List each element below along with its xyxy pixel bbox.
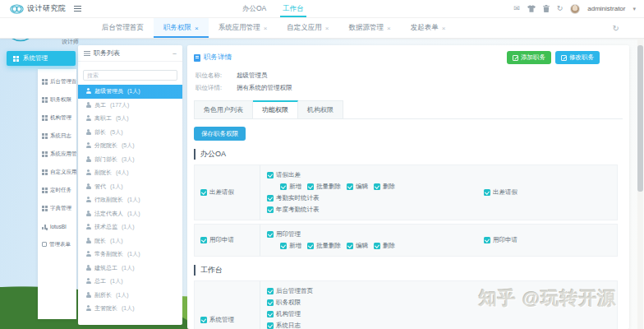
extra-checkbox[interactable]: 用印申请 bbox=[484, 236, 518, 244]
job-list-item[interactable]: 技术总监(1人) bbox=[78, 220, 182, 234]
checkbox-checked[interactable] bbox=[200, 317, 207, 323]
sidebar-item-5[interactable]: 自定义应用 bbox=[38, 163, 76, 181]
tab-3[interactable]: 自定义应用× bbox=[277, 18, 338, 38]
tab-close-icon[interactable]: × bbox=[387, 25, 391, 32]
username[interactable]: administrator bbox=[587, 5, 625, 12]
permission-checkbox[interactable]: 机构管理 bbox=[267, 310, 301, 318]
permission-checkbox[interactable]: 用印管理 bbox=[267, 230, 301, 239]
permission-checkbox[interactable]: 后台管理首页 bbox=[267, 287, 313, 295]
action-checkbox[interactable]: 删除 bbox=[374, 183, 395, 191]
permission-checkbox[interactable]: 系统日志 bbox=[267, 322, 301, 329]
permission-checkbox[interactable]: 职务权限 bbox=[267, 299, 301, 307]
tab-refresh-icon[interactable]: ↻ bbox=[613, 24, 619, 33]
checkbox-checked[interactable] bbox=[200, 237, 207, 243]
job-list-item[interactable]: 员工(177人) bbox=[78, 99, 182, 113]
action-checkbox[interactable]: 编辑 bbox=[347, 183, 368, 191]
checkbox-checked[interactable] bbox=[267, 311, 274, 317]
job-list-item[interactable]: 部门部长(3人) bbox=[78, 153, 182, 167]
action-checkbox[interactable]: 批量删除 bbox=[307, 242, 341, 250]
sidebar-item-6[interactable]: 定时任务 bbox=[38, 181, 76, 199]
tab-1[interactable]: 职务权限× bbox=[154, 18, 209, 38]
checkbox-checked[interactable] bbox=[307, 243, 314, 249]
sidebar-item-4[interactable]: 系统应用管理 bbox=[38, 145, 76, 163]
menu-toggle-icon[interactable] bbox=[74, 6, 81, 12]
nav-item-0[interactable]: 办公OA bbox=[234, 0, 274, 18]
job-list-item[interactable]: 离职工(5人) bbox=[78, 112, 182, 126]
module-checkbox[interactable]: 用印申请 bbox=[200, 236, 234, 244]
detail-tab-2[interactable]: 机构权限 bbox=[298, 100, 343, 118]
checkbox-checked[interactable] bbox=[267, 299, 274, 306]
checkbox-checked[interactable] bbox=[347, 183, 353, 190]
job-list-item[interactable]: 总工(1人) bbox=[78, 275, 182, 289]
tab-2[interactable]: 系统应用管理× bbox=[209, 18, 278, 38]
checkbox-checked[interactable] bbox=[200, 189, 207, 196]
chevron-down-icon[interactable]: ▾ bbox=[632, 6, 636, 12]
sidebar-item-7[interactable]: 字典管理 bbox=[38, 199, 76, 217]
module-checkbox[interactable]: 系统管理 bbox=[200, 316, 234, 324]
checkbox-checked[interactable] bbox=[374, 183, 380, 190]
action-checkbox[interactable]: 删除 bbox=[374, 242, 395, 250]
checkbox-checked[interactable] bbox=[374, 243, 380, 249]
trash-icon[interactable] bbox=[543, 5, 550, 12]
action-checkbox[interactable]: 新增 bbox=[280, 242, 301, 250]
checkbox-checked[interactable] bbox=[347, 243, 353, 249]
checkbox-checked[interactable] bbox=[280, 183, 287, 190]
job-list-item[interactable]: 管代(1人) bbox=[78, 180, 182, 194]
job-list-item[interactable]: 副院长(4人) bbox=[78, 166, 182, 180]
tab-0[interactable]: 后台管理首页 bbox=[92, 18, 154, 38]
tab-close-icon[interactable]: × bbox=[264, 25, 268, 32]
sidebar-item-3[interactable]: 系统日志 bbox=[38, 127, 76, 145]
sidebar-group-system-management[interactable]: 系统管理 bbox=[7, 51, 76, 66]
tab-4[interactable]: 数据源管理× bbox=[339, 18, 401, 38]
refresh-icon[interactable]: ↻ bbox=[557, 5, 564, 12]
sidebar-item-0[interactable]: 后台管理首页 bbox=[38, 72, 76, 90]
checkbox-checked[interactable] bbox=[267, 231, 274, 238]
edit-job-button[interactable]: 修改职务 bbox=[555, 51, 600, 64]
permission-checkbox[interactable]: 请假出差 bbox=[267, 171, 301, 179]
checkbox-checked[interactable] bbox=[267, 172, 274, 178]
job-list-item[interactable]: 分院院长(5人) bbox=[78, 139, 182, 153]
permission-checkbox[interactable]: 年度考勤统计表 bbox=[267, 206, 320, 214]
checkbox-checked[interactable] bbox=[267, 206, 274, 213]
tab-5[interactable]: 发起表单× bbox=[401, 18, 456, 38]
checkbox-checked[interactable] bbox=[484, 189, 490, 196]
job-search-input[interactable] bbox=[83, 70, 177, 81]
job-list-item[interactable]: 法定代表人(1人) bbox=[78, 207, 182, 221]
sidebar-item-9[interactable]: 管理表单 bbox=[38, 235, 76, 253]
page-scrollbar[interactable] bbox=[637, 39, 643, 329]
job-list-item[interactable]: 部长(5人) bbox=[78, 126, 182, 140]
checkbox-checked[interactable] bbox=[267, 322, 274, 329]
detail-tab-0[interactable]: 角色用户列表 bbox=[194, 100, 253, 118]
action-checkbox[interactable]: 编辑 bbox=[347, 242, 368, 250]
checkbox-checked[interactable] bbox=[267, 195, 274, 202]
collapse-icon[interactable]: − bbox=[172, 49, 177, 58]
nav-item-1[interactable]: 工作台 bbox=[274, 0, 312, 18]
module-checkbox[interactable]: 出差请假 bbox=[200, 188, 234, 197]
scrollbar-thumb[interactable] bbox=[637, 45, 643, 192]
tab-close-icon[interactable]: × bbox=[442, 25, 446, 32]
job-list-item[interactable]: 建筑总工(1人) bbox=[78, 262, 182, 276]
tab-close-icon[interactable]: × bbox=[325, 25, 329, 32]
action-checkbox[interactable]: 批量删除 bbox=[307, 183, 341, 191]
job-list-item[interactable]: 主管院长(1人) bbox=[78, 302, 182, 316]
sidebar-item-1[interactable]: 职务权限 bbox=[38, 90, 76, 109]
checkbox-checked[interactable] bbox=[267, 288, 274, 294]
extra-checkbox[interactable]: 出差请假 bbox=[484, 188, 518, 197]
permission-checkbox[interactable]: 考勤实时统计表 bbox=[267, 194, 320, 202]
detail-tab-1[interactable]: 功能权限 bbox=[253, 100, 298, 118]
checkbox-checked[interactable] bbox=[307, 183, 314, 190]
sidebar-item-8[interactable]: lotusBI bbox=[38, 217, 76, 235]
job-list-item[interactable]: 行政副院长(1人) bbox=[78, 193, 182, 207]
job-list-item[interactable]: 常务副院长(1人) bbox=[78, 248, 182, 262]
job-list-item[interactable]: 副所长(1人) bbox=[78, 289, 182, 303]
add-job-button[interactable]: 添加职务 bbox=[507, 51, 551, 64]
sidebar-item-2[interactable]: 机构管理 bbox=[38, 109, 76, 127]
avatar[interactable] bbox=[570, 4, 580, 14]
save-permissions-button[interactable]: 保存职务权限 bbox=[194, 127, 246, 141]
job-list-item[interactable]: 超级管理员(1人) bbox=[78, 85, 182, 99]
tab-close-icon[interactable]: × bbox=[195, 25, 199, 32]
checkbox-checked[interactable] bbox=[280, 243, 287, 249]
action-checkbox[interactable]: 新增 bbox=[280, 183, 301, 191]
theme-skin-icon[interactable] bbox=[527, 5, 536, 12]
checkbox-checked[interactable] bbox=[484, 237, 490, 243]
